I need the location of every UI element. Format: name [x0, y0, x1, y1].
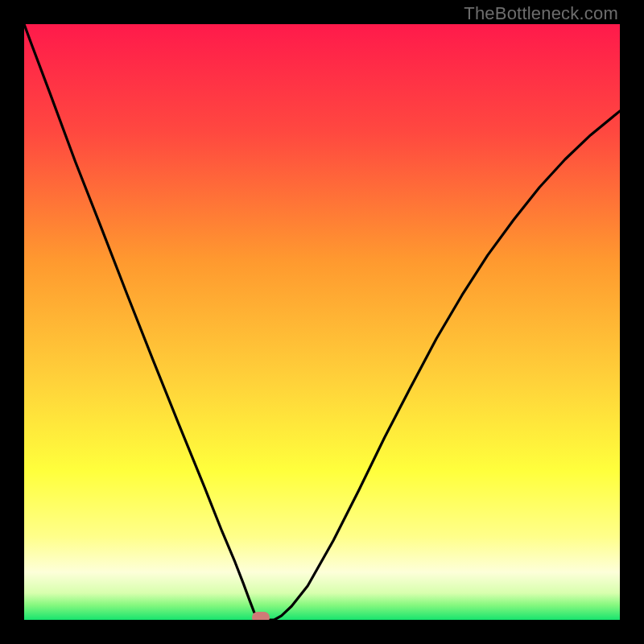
curve-layer	[24, 24, 620, 620]
plot-area	[24, 24, 620, 620]
bottleneck-curve	[24, 24, 620, 620]
watermark-text: TheBottleneck.com	[464, 3, 618, 24]
optimal-marker	[252, 612, 270, 620]
outer-frame: TheBottleneck.com	[0, 0, 644, 644]
